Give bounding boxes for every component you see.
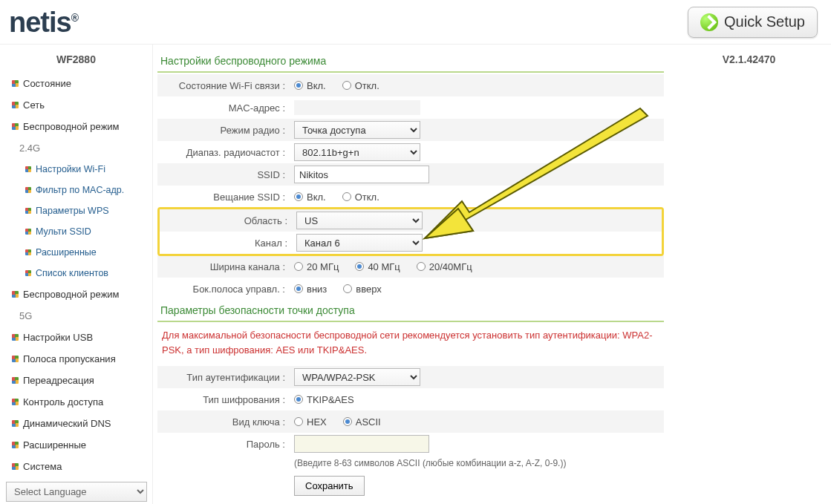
mac-value	[294, 100, 420, 115]
bullet-icon	[12, 80, 19, 87]
radio-icon	[342, 81, 351, 90]
radio-icon	[417, 262, 426, 271]
firmware-version: V2.1.42470	[680, 53, 818, 65]
sb-down[interactable]: вниз	[294, 284, 327, 295]
ssid-label: SSID :	[157, 169, 291, 180]
radio-icon	[294, 262, 303, 271]
nav-multi-ssid[interactable]: Мульти SSID	[0, 221, 152, 242]
highlight-box: Область : US Канал : Канал 6	[157, 207, 664, 256]
main-content: Настройки беспроводного режима Состояние…	[153, 45, 673, 504]
enc-label: Тип шифрования :	[157, 394, 291, 405]
password-input[interactable]	[294, 435, 429, 453]
nav-network[interactable]: Сеть	[0, 94, 152, 116]
nav-advanced-sub[interactable]: Расширенные	[0, 242, 152, 263]
radio-icon	[355, 262, 364, 271]
bullet-icon	[25, 187, 31, 193]
region-label: Область :	[160, 215, 293, 226]
pass-label: Пароль :	[157, 439, 291, 450]
right-column: V2.1.42470	[673, 45, 825, 504]
radio-mode-select[interactable]: Точка доступа	[294, 121, 420, 139]
key-hex[interactable]: HEX	[294, 416, 327, 428]
band-select[interactable]: 802.11b+g+n	[294, 143, 420, 161]
bullet-icon	[25, 229, 31, 235]
ssid-input[interactable]	[294, 166, 429, 183]
radio-mode-label: Режим радио :	[157, 125, 291, 136]
auth-label: Тип аутентификации :	[157, 372, 291, 383]
quick-setup-button[interactable]: Quick Setup	[688, 7, 818, 38]
enc-tkipaes[interactable]: TKIP&AES	[294, 394, 354, 405]
wifi-section-title: Настройки беспроводного режима	[157, 50, 664, 71]
mac-label: MAC-адрес :	[157, 102, 291, 114]
nav-wps[interactable]: Параметры WPS	[0, 200, 152, 221]
nav-menu: Состояние Сеть Беспроводной режим 2.4G Н…	[0, 73, 152, 477]
wifi-state-off[interactable]: Откл.	[342, 80, 379, 91]
nav-usb[interactable]: Настройки USB	[0, 327, 152, 348]
bullet-icon	[12, 420, 19, 427]
sideband-label: Бок.полоса управл. :	[157, 284, 291, 295]
nav-wireless[interactable]: Беспроводной режим	[0, 116, 152, 137]
key-label: Вид ключа :	[157, 416, 291, 428]
nav-access[interactable]: Контроль доступа	[0, 391, 152, 413]
bullet-icon	[25, 249, 31, 255]
bullet-icon	[12, 377, 19, 384]
nav-bandwidth[interactable]: Полоса пропускания	[0, 348, 152, 370]
bullet-icon	[25, 270, 31, 276]
quick-setup-icon	[700, 13, 718, 31]
radio-icon	[294, 284, 303, 293]
nav-24g-label: 2.4G	[0, 137, 152, 159]
cw-2040[interactable]: 20/40МГц	[417, 261, 472, 272]
bullet-icon	[12, 463, 19, 470]
radio-icon	[342, 192, 351, 201]
save-button[interactable]: Сохранить	[294, 476, 365, 496]
radio-icon	[294, 192, 303, 201]
header: netis® Quick Setup	[0, 0, 831, 45]
nav-status[interactable]: Состояние	[0, 73, 152, 94]
key-ascii[interactable]: ASCII	[343, 416, 381, 428]
security-section-title: Параметры безопасности точки доступа	[157, 300, 664, 321]
cw-20[interactable]: 20 МГц	[294, 261, 339, 272]
bullet-icon	[12, 399, 19, 405]
logo: netis®	[9, 6, 78, 39]
nav-clients[interactable]: Список клиентов	[0, 263, 152, 284]
nav-5g-label: 5G	[0, 305, 152, 327]
language-select[interactable]: Select Language	[6, 482, 147, 502]
cw-label: Ширина канала :	[157, 261, 291, 272]
auth-select[interactable]: WPA/WPA2-PSK	[294, 368, 420, 386]
bullet-icon	[25, 166, 31, 172]
region-select[interactable]: US	[296, 212, 423, 229]
channel-select[interactable]: Канал 6	[296, 234, 423, 252]
nav-advanced[interactable]: Расширенные	[0, 434, 152, 456]
ssid-bcast-on[interactable]: Вкл.	[294, 192, 326, 203]
divider	[157, 71, 664, 73]
wifi-state-on[interactable]: Вкл.	[294, 80, 326, 91]
nav-forwarding[interactable]: Переадресация	[0, 370, 152, 391]
ssid-bcast-off[interactable]: Откл.	[342, 192, 379, 203]
quick-setup-label: Quick Setup	[724, 13, 805, 30]
cw-40[interactable]: 40 МГц	[355, 261, 400, 272]
sidebar: WF2880 Состояние Сеть Беспроводной режим…	[0, 45, 153, 504]
model-label: WF2880	[0, 45, 152, 73]
sb-up[interactable]: вверх	[343, 284, 381, 295]
radio-icon	[294, 395, 303, 404]
nav-system[interactable]: Система	[0, 456, 152, 477]
radio-icon	[343, 417, 352, 426]
divider	[157, 321, 664, 322]
bullet-icon	[12, 123, 19, 130]
band-label: Диапаз. радиочастот :	[157, 147, 291, 158]
nav-wireless-5g[interactable]: Беспроводной режим	[0, 284, 152, 305]
nav-wifi-settings[interactable]: Настройки Wi-Fi	[0, 159, 152, 180]
nav-mac-filter[interactable]: Фильтр по MAC-адр.	[0, 180, 152, 200]
ssid-bcast-label: Вещание SSID :	[157, 192, 291, 203]
security-note: Для максимальной безопасности беспроводн…	[157, 324, 664, 366]
bullet-icon	[25, 208, 31, 214]
radio-icon	[294, 81, 303, 90]
bullet-icon	[12, 356, 19, 362]
radio-icon	[294, 417, 303, 426]
bullet-icon	[12, 102, 19, 108]
bullet-icon	[12, 334, 19, 341]
channel-label: Канал :	[160, 238, 293, 249]
bullet-icon	[12, 442, 19, 448]
radio-icon	[343, 284, 352, 293]
nav-ddns[interactable]: Динамический DNS	[0, 413, 152, 434]
wifi-state-label: Состояние Wi-Fi связи :	[157, 80, 291, 91]
